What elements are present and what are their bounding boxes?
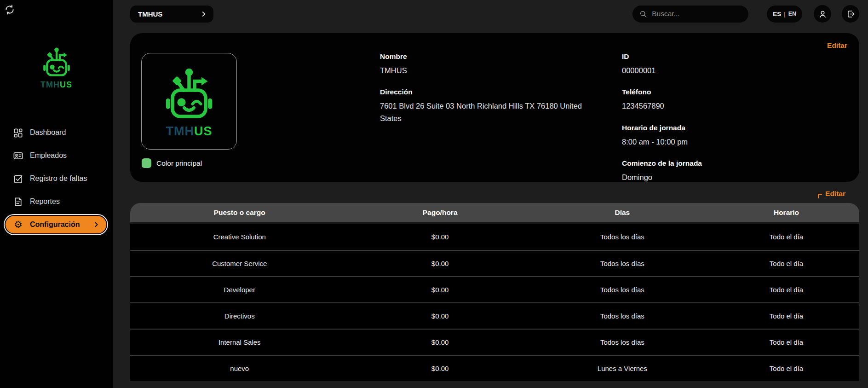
search-bar[interactable] [632,6,748,23]
robot-mascot-icon [37,45,76,79]
primary-color-label: Color principal [156,159,202,168]
cell-pago: $0.00 [349,355,531,381]
field-value: 1234567890 [622,100,824,112]
brand-wordmark: TMHUS [166,124,213,139]
sidebar-item-dashboard[interactable]: Dashboard [0,123,113,142]
logout-button[interactable] [842,5,859,23]
cell-dias: Todos los días [531,224,713,250]
field-label: ID [622,52,824,61]
sidebar-item-label: Dashboard [30,128,66,137]
profile-fields-right: ID 00000001 Teléfono 1234567890 Horario … [622,52,824,195]
lang-en-label[interactable]: EN [788,11,796,17]
sidebar-item-label: Empleados [30,151,67,160]
field-direccion: Dirección 7601 Blvd 26 Suite 03 North Ri… [380,88,603,124]
edit-schedule-link[interactable]: Editar [825,190,845,198]
robot-mascot-icon [155,64,224,123]
field-comienzo-jornada: Comienzo de la jornada Domingo [622,159,824,183]
field-value: Domingo [622,171,824,183]
table-row[interactable]: Directivos $0.00 Todos los días Todo el … [130,302,859,329]
company-selector-button[interactable]: TMHUS [130,6,213,23]
cell-dias: Lunes a Viernes [531,355,713,381]
lang-es-label[interactable]: ES [773,11,781,17]
cell-dias: Todos los días [531,276,713,302]
sidebar-item-configuracion[interactable]: ⚙ Configuración [5,215,107,234]
search-input[interactable] [652,10,742,18]
app-window: TMHUS Dashboard E [0,0,868,388]
cell-puesto: Internal Sales [130,329,349,355]
topbar-actions: ES | EN [632,5,859,23]
field-value: TMHUS [380,64,603,76]
language-toggle[interactable]: ES | EN [767,6,802,23]
sidebar-item-reportes[interactable]: Reportes [0,192,113,211]
cell-puesto: Developer [130,276,349,302]
field-label: Horario de jornada [622,124,824,132]
cell-horario: Todo el día [713,250,859,276]
chevron-right-icon [92,221,100,228]
grid-icon [13,127,23,138]
positions-table: Puesto o cargo Pago/hora Días Horario Cr… [130,203,859,381]
cell-pago: $0.00 [349,224,531,250]
field-label: Teléfono [622,88,824,96]
column-header-dias: Días [531,203,713,224]
cell-dias: Todos los días [531,329,713,355]
cell-dias: Todos los días [531,250,713,276]
sidebar: TMHUS Dashboard E [0,0,113,388]
field-nombre: Nombre TMHUS [380,52,603,76]
table-header: Puesto o cargo Pago/hora Días Horario [130,203,859,224]
table-row[interactable]: Customer Service $0.00 Todos los días To… [130,250,859,276]
sidebar-nav: Dashboard Empleados Registro de faltas [0,123,113,234]
field-value: 00000001 [622,64,824,76]
schedule-section: Editar Puesto o cargo Pago/hora Días Hor… [130,188,859,381]
logout-icon [846,9,856,19]
field-id: ID 00000001 [622,52,824,76]
search-icon [639,10,648,18]
field-value: 8:00 am - 10:00 pm [622,136,824,148]
table-row[interactable]: Developer $0.00 Todos los días Todo el d… [130,276,859,302]
company-selector-label: TMHUS [138,10,162,18]
company-profile-card: Editar [130,33,859,182]
gear-icon: ⚙ [13,220,23,230]
refresh-icon[interactable] [4,4,16,16]
primary-color-swatch [142,158,151,168]
sidebar-item-label: Reportes [30,197,60,206]
profile-fields-left: Nombre TMHUS Dirección 7601 Blvd 26 Suit… [380,52,603,136]
table-row[interactable]: nuevo $0.00 Lunes a Viernes Todo el día [130,355,859,381]
cell-pago: $0.00 [349,250,531,276]
cell-puesto: nuevo [130,355,349,381]
field-label: Dirección [380,88,603,96]
cell-horario: Todo el día [713,329,859,355]
brand-wordmark: TMHUS [0,80,113,90]
primary-color-row: Color principal [142,158,202,168]
column-header-horario: Horario [713,203,859,224]
field-value: 7601 Blvd 26 Suite 03 North Richland Hil… [380,100,603,124]
corner-bracket-icon [818,194,822,198]
company-logo-box: TMHUS [141,53,237,150]
cell-pago: $0.00 [349,302,531,329]
table-row[interactable]: Creative Solution $0.00 Todos los días T… [130,224,859,250]
sidebar-item-empleados[interactable]: Empleados [0,146,113,165]
column-header-pago: Pago/hora [349,203,531,224]
sidebar-logo: TMHUS [0,45,113,90]
field-horario-jornada: Horario de jornada 8:00 am - 10:00 pm [622,124,824,148]
person-icon [818,9,828,19]
column-header-puesto: Puesto o cargo [130,203,349,224]
cell-puesto: Creative Solution [130,224,349,250]
cell-pago: $0.00 [349,276,531,302]
sidebar-item-registro-de-faltas[interactable]: Registro de faltas [0,169,113,188]
sidebar-item-label: Registro de faltas [30,174,87,183]
cell-horario: Todo el día [713,355,859,381]
cell-puesto: Customer Service [130,250,349,276]
topbar: TMHUS ES | EN [130,0,859,28]
table-row[interactable]: Internal Sales $0.00 Todos los días Todo… [130,329,859,355]
main-area: TMHUS ES | EN [113,0,868,388]
profile-button[interactable] [814,5,831,23]
sidebar-item-label: Configuración [30,220,80,229]
edit-profile-link[interactable]: Editar [827,41,847,50]
cell-horario: Todo el día [713,276,859,302]
chevron-right-icon [200,11,207,17]
lang-separator: | [784,11,785,17]
field-telefono: Teléfono 1234567890 [622,88,824,112]
cell-dias: Todos los días [531,302,713,329]
field-label: Nombre [380,52,603,61]
cell-horario: Todo el día [713,302,859,329]
